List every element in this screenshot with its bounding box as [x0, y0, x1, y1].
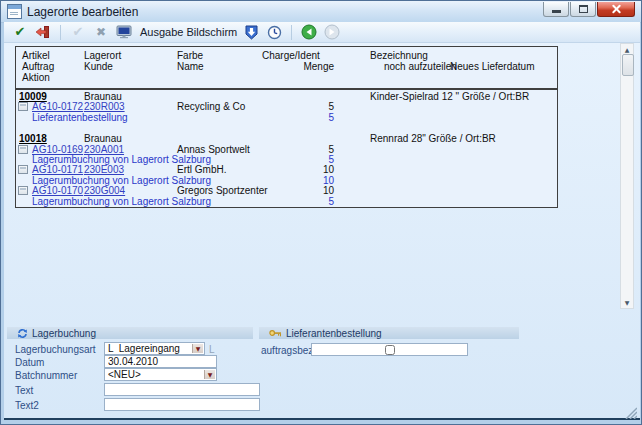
form-icon[interactable]	[18, 186, 28, 195]
stock-posting-icon	[17, 328, 28, 339]
menge-value: 5	[276, 113, 334, 123]
lagerbuchungsart-label: Lagerbuchungsart	[15, 344, 96, 355]
titlebar[interactable]: Lagerorte bearbeiten	[1, 1, 641, 23]
form-icon[interactable]	[18, 165, 28, 174]
history-button[interactable]	[265, 23, 283, 41]
bezeichnung-value: Kinder-Spielrad 12 " Größe / Ort:BR	[370, 92, 529, 102]
batchnummer-value: <NEU>	[105, 369, 216, 380]
cancel-button[interactable]: ✖	[92, 23, 110, 41]
menge-value: 5	[276, 102, 334, 112]
confirm-button[interactable]: ✔	[11, 23, 29, 41]
header-lagerort: Lagerort	[84, 50, 121, 61]
output-screen-label[interactable]: Ausgabe Bildschirm	[140, 26, 237, 38]
table-header: Artikel Lagerort Farbe Charge/Ident Beze…	[16, 47, 557, 90]
form-icon[interactable]	[18, 102, 28, 111]
import-button[interactable]	[242, 23, 260, 41]
auftragsbezogen-field	[311, 343, 468, 356]
auftrag-link[interactable]: AG10-0171	[32, 165, 83, 175]
maximize-button[interactable]	[570, 2, 596, 17]
minimize-button[interactable]	[543, 2, 569, 17]
datum-input[interactable]	[104, 355, 217, 368]
history-clock-icon	[267, 25, 282, 40]
lagerbuchungsart-value: L Lagereingang	[105, 343, 204, 354]
close-icon	[611, 4, 622, 15]
window-bottom-edge	[4, 418, 640, 420]
action-row: Lagerumbuchung von Lagerort Salzburg5	[16, 197, 557, 207]
lagerbuchung-panel-title: Lagerbuchung	[32, 328, 96, 339]
back-arrow-icon	[301, 24, 317, 40]
aktion-text[interactable]: Lagerumbuchung von Lagerort Salzburg	[32, 197, 211, 207]
toolbar-separator	[291, 25, 292, 40]
close-button[interactable]	[597, 2, 635, 17]
kunde-link[interactable]: 230G004	[84, 186, 125, 196]
double-check-icon: ✔	[73, 23, 84, 41]
forward-arrow-icon	[324, 24, 340, 40]
lagerbuchung-panel-header: Lagerbuchung	[7, 327, 253, 339]
cancel-x-icon: ✖	[96, 25, 106, 39]
arrow-down-badge-icon	[244, 25, 259, 40]
kunde-name: Recycling & Co	[177, 102, 245, 112]
auftragsbezogen-checkbox[interactable]	[385, 345, 395, 355]
window-title: Lagerorte bearbeiten	[27, 5, 138, 19]
header-farbe: Farbe	[177, 50, 203, 61]
maximize-icon	[579, 5, 588, 13]
minimize-icon	[552, 10, 561, 13]
form-icon[interactable]	[18, 145, 28, 154]
text-input[interactable]	[104, 383, 260, 396]
output-screen-button[interactable]	[115, 23, 133, 41]
bezeichnung-value: Rennrad 28" Größe / Ort:BR	[370, 134, 496, 144]
allocation-table: Artikel Lagerort Farbe Charge/Ident Beze…	[15, 46, 558, 208]
scrollbar-thumb[interactable]	[622, 54, 634, 76]
window: Lagerorte bearbeiten ✔ ✔ ✖	[0, 0, 642, 425]
article-number-link[interactable]: 10018	[19, 134, 47, 144]
toolbar-separator	[60, 25, 61, 40]
datum-label: Datum	[15, 357, 44, 368]
resize-grip[interactable]	[623, 406, 637, 419]
toolbar: ✔ ✔ ✖ Ausgabe Bildschirm	[4, 22, 640, 43]
forward-button[interactable]	[323, 23, 341, 41]
auftrag-link[interactable]: AG10-0172	[32, 102, 83, 112]
lagerbuchungsart-suffix: L	[209, 344, 215, 355]
batchnummer-select[interactable]: <NEU> ▼	[104, 368, 217, 381]
order-row: AG10-0170230G004Gregors Sportzenter10	[16, 186, 557, 196]
grid-body: 10009BraunauKinder-Spielrad 12 " Größe /…	[16, 90, 557, 207]
header-bezeichnung: Bezeichnung	[370, 50, 428, 61]
lagerbuchungsart-select[interactable]: L Lagereingang ▼	[104, 342, 205, 355]
header-aktion: Aktion	[22, 72, 50, 83]
kunde-link[interactable]: 230E003	[84, 165, 124, 175]
kunde-name: Ertl GmbH.	[177, 165, 226, 175]
lagerort-value: Braunau	[84, 134, 122, 144]
kunde-link[interactable]: 230R003	[84, 102, 125, 112]
vertical-scrollbar[interactable]: ▲ ▼	[620, 43, 634, 309]
lieferantenbestellung-panel-title: Lieferantenbestellung	[286, 328, 382, 339]
confirm-all-button[interactable]: ✔	[69, 23, 87, 41]
text2-label: Text2	[15, 400, 39, 411]
header-noch-aufzuteilen: noch aufzuteilen	[384, 61, 457, 72]
header-name: Name	[177, 61, 204, 72]
exit-button[interactable]	[34, 23, 52, 41]
menge-value: 5	[276, 197, 334, 207]
aktion-text[interactable]: Lieferantenbestellung	[32, 113, 128, 123]
auftrag-link[interactable]: AG10-0170	[32, 186, 83, 196]
check-icon: ✔	[15, 23, 26, 41]
menge-value: 10	[276, 186, 334, 196]
chevron-down-icon[interactable]: ▼	[192, 344, 203, 353]
app-icon	[7, 4, 22, 19]
lieferantenbestellung-panel-header: Lieferantenbestellung	[259, 327, 519, 339]
header-menge: Menge	[276, 61, 334, 72]
text2-input[interactable]	[104, 398, 260, 411]
menge-value: 10	[276, 165, 334, 175]
window-controls	[543, 1, 641, 22]
exit-door-icon	[35, 25, 51, 39]
header-artikel: Artikel	[22, 50, 50, 61]
header-neues-lieferdatum: Neues Lieferdatum	[450, 61, 535, 72]
back-button[interactable]	[300, 23, 318, 41]
chevron-down-icon[interactable]: ▼	[204, 370, 215, 379]
key-icon	[269, 328, 282, 338]
action-row: Lieferantenbestellung5	[16, 113, 557, 123]
menge-value: 5	[276, 145, 334, 155]
header-kunde: Kunde	[84, 61, 113, 72]
monitor-icon	[116, 25, 133, 39]
scroll-down-arrow[interactable]: ▼	[621, 297, 633, 308]
group-header-row: 10018BraunauRennrad 28" Größe / Ort:BR	[16, 134, 557, 144]
